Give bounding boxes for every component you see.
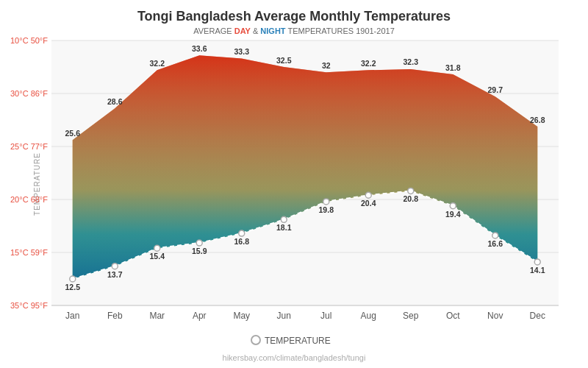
night-val-may: 16.8: [234, 237, 250, 246]
night-dot-mar: [154, 245, 160, 251]
legend-dot: [251, 336, 260, 344]
day-val-oct: 31.8: [445, 63, 461, 72]
night-val-jun: 18.1: [276, 223, 292, 232]
night-val-oct: 19.4: [445, 210, 461, 219]
day-val-apr: 33.6: [192, 44, 207, 53]
night-dot-nov: [492, 233, 498, 238]
night-dot-sep: [408, 188, 414, 194]
x-label-jun: Jun: [277, 311, 291, 321]
night-val-jan: 12.5: [65, 283, 81, 291]
night-dot-apr: [196, 240, 202, 246]
x-label-dec: Dec: [530, 311, 545, 321]
legend-text: TEMPERATURE: [265, 336, 331, 346]
day-val-dec: 26.8: [530, 116, 545, 124]
night-dot-jun: [281, 216, 287, 222]
night-val-mar: 15.4: [150, 252, 165, 261]
day-val-mar: 32.2: [150, 59, 165, 68]
x-label-nov: Nov: [487, 311, 503, 321]
x-label-aug: Aug: [361, 311, 376, 321]
night-dot-jul: [323, 199, 329, 205]
day-val-aug: 32.2: [361, 59, 376, 68]
y-label-20: 20°C 68°F: [10, 195, 48, 204]
day-val-nov: 29.7: [488, 85, 503, 94]
chart-svg: 35°C 95°F 30°C 86°F 25°C 77°F 20°C 68°F …: [0, 0, 588, 368]
x-label-may: May: [233, 311, 250, 321]
night-val-sep: 20.8: [404, 194, 419, 203]
day-val-jul: 32: [322, 61, 331, 70]
night-val-aug: 20.4: [361, 199, 376, 208]
x-label-feb: Feb: [107, 311, 123, 321]
y-label-35: 35°C 95°F: [10, 301, 48, 310]
footer-text: hikersbay.com/climate/bangladesh/tungi: [223, 353, 366, 362]
chart-container: Tongi Bangladesh Average Monthly Tempera…: [0, 0, 588, 368]
x-label-apr: Apr: [193, 311, 207, 321]
day-val-may: 33.3: [234, 47, 250, 56]
night-dot-oct: [450, 203, 456, 209]
day-val-jun: 32.5: [276, 56, 292, 65]
x-label-oct: Oct: [446, 311, 460, 321]
y-label-30: 30°C 86°F: [10, 89, 48, 98]
day-val-sep: 32.3: [404, 57, 419, 66]
night-dot-dec: [534, 259, 540, 265]
night-dot-jan: [70, 276, 76, 282]
night-val-feb: 13.7: [107, 270, 123, 279]
y-label-15: 15°C 59°F: [10, 248, 48, 257]
night-dot-may: [239, 230, 245, 236]
x-label-mar: Mar: [149, 311, 165, 321]
day-val-jan: 25.6: [65, 129, 81, 138]
x-label-jul: Jul: [320, 311, 331, 321]
x-label-jan: Jan: [65, 311, 79, 321]
night-dot-feb: [112, 263, 118, 269]
night-val-jul: 19.8: [319, 205, 334, 214]
night-dot-aug: [365, 192, 371, 198]
y-label-25: 25°C 77°F: [10, 142, 48, 151]
night-val-nov: 16.6: [488, 239, 503, 248]
y-label-10: 10°C 50°F: [10, 36, 48, 45]
night-val-apr: 15.9: [192, 247, 207, 255]
night-val-dec: 14.1: [530, 266, 545, 275]
x-label-sep: Sep: [403, 311, 419, 321]
day-val-feb: 28.6: [107, 97, 123, 106]
